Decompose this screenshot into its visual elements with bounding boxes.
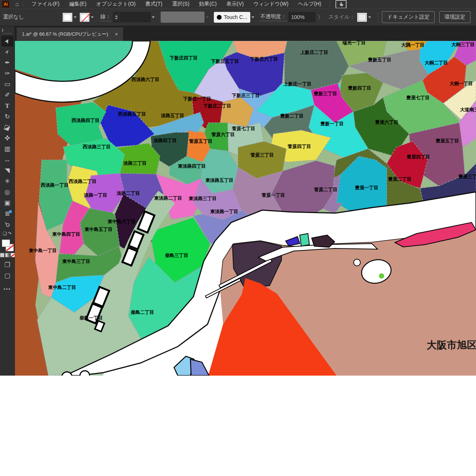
district-label[interactable]: 上新庄一丁目 [284, 81, 312, 87]
district-label[interactable]: 淡路五丁目 [161, 113, 184, 118]
app-logo-icon[interactable]: Ai [2, 1, 9, 8]
style-swatch[interactable] [357, 13, 367, 22]
district-label[interactable]: 淡路二丁目 [116, 191, 140, 196]
drag-grip-icon[interactable] [3, 33, 12, 34]
rectangle-tool[interactable]: ▭ [1, 79, 13, 90]
district-label[interactable]: 東中島二丁目 [48, 285, 76, 290]
district-label[interactable]: 柴島一丁目 [80, 315, 103, 321]
district-label[interactable]: 菅原六丁目 [211, 132, 235, 137]
curvature-tool[interactable]: ✑ [1, 68, 13, 79]
district-label[interactable]: 豊里二丁目 [388, 177, 412, 182]
district-label[interactable]: 東淡路四丁目 [178, 164, 206, 169]
district-label[interactable]: 豊新二丁目 [280, 113, 304, 119]
district-label[interactable]: 菅原五丁目 [189, 139, 213, 144]
district-label[interactable]: 下新庄三丁目 [232, 93, 260, 98]
close-icon[interactable]: × [115, 31, 118, 37]
district-label[interactable]: 瑞光一丁目 [342, 41, 366, 45]
district-label[interactable]: 西淡路一丁目 [41, 183, 69, 188]
collapse-chevron-icon[interactable]: ❯ [1, 28, 4, 32]
symbol-tool[interactable]: ≣ [1, 208, 13, 219]
district-label[interactable]: 菅原二丁目 [314, 187, 338, 192]
chevron-down-icon[interactable] [152, 16, 155, 18]
chevron-down-icon[interactable] [74, 16, 77, 18]
shaper-tool[interactable]: ✜ [1, 133, 13, 144]
fill-stroke-indicator[interactable] [1, 239, 14, 251]
district-label[interactable]: 上新庄二丁目 [300, 50, 328, 55]
eyedropper-tool[interactable]: ◥ [1, 165, 13, 176]
color-button[interactable] [0, 253, 4, 257]
district-label[interactable]: 西淡路三丁目 [83, 144, 111, 149]
district-label[interactable]: 豊里一丁目 [355, 185, 379, 190]
menu-item-6[interactable]: 表示(V) [222, 0, 249, 8]
district-label[interactable]: 下新庄一丁目 [183, 96, 211, 102]
district-label[interactable]: 豊新五丁目 [368, 57, 392, 62]
paintbrush-tool[interactable]: ✐ [1, 90, 13, 100]
district-label[interactable]: 菅原四丁目 [287, 144, 311, 149]
district-label[interactable]: 下新庄四丁目 [170, 55, 198, 61]
opacity-field[interactable]: 100% [289, 12, 315, 22]
district-label[interactable]: 東中島四丁目 [52, 232, 80, 237]
district-label[interactable]: 菅原三丁目 [250, 152, 274, 158]
step-down-icon[interactable] [115, 18, 118, 19]
shape-builder-tool[interactable]: ◎ [1, 187, 13, 197]
stroke-weight-stepper[interactable] [113, 12, 119, 22]
home-icon[interactable]: ⌂ [15, 1, 19, 7]
district-label[interactable]: 淡路三丁目 [123, 161, 147, 166]
district-label[interactable]: 東淡路一丁目 [210, 209, 238, 214]
district-label[interactable]: 西淡路四丁目 [71, 118, 100, 123]
district-label[interactable]: 豊里七丁目 [406, 95, 430, 100]
preferences-button[interactable]: 環境設定 [439, 11, 470, 23]
district-label[interactable]: 大桐三丁目 [451, 42, 475, 47]
none-button[interactable] [10, 253, 15, 257]
zoom-tool[interactable]: ⚲ [1, 219, 13, 230]
direct-selection-tool[interactable]: ➣ [1, 46, 13, 57]
district-label[interactable]: 豊新三丁目 [313, 91, 337, 96]
menu-item-7[interactable]: ウィンドウ(W) [248, 0, 293, 8]
tools-panel-header[interactable]: ❯ [0, 26, 15, 36]
district-label[interactable]: 東中島一丁目 [29, 248, 57, 253]
gradient-tool[interactable]: ▥ [1, 144, 13, 154]
stroke-weight-label[interactable]: 線： [100, 13, 111, 21]
district-label[interactable]: 東淡路五丁目 [205, 178, 234, 183]
district-label[interactable]: 豊里六丁目 [375, 120, 399, 125]
district-label[interactable]: 下新庄二丁目 [203, 103, 231, 109]
menu-item-0[interactable]: ファイル(F) [27, 0, 64, 8]
district-label[interactable]: 大桐一丁目 [450, 81, 473, 86]
document-setup-button[interactable]: ドキュメント設定 [382, 11, 435, 23]
puppet-warp-tool[interactable]: ✳ [1, 176, 13, 187]
district-label[interactable]: 淡路四丁目 [153, 138, 177, 143]
menu-item-1[interactable]: 編集(E) [64, 0, 91, 8]
district-label[interactable]: 豊新一丁目 [320, 121, 344, 126]
pen-tool[interactable]: ✒ [1, 57, 13, 68]
district-label[interactable]: 柴島二丁目 [131, 310, 154, 315]
swap-fill-stroke-button[interactable]: ❏ ↷ [1, 230, 13, 237]
fill-color-swatch[interactable] [62, 13, 73, 22]
draw-mode-button[interactable]: ❐ [1, 260, 13, 270]
artboard-canvas[interactable]: 瑞光一丁目大隅一丁目大桐三丁目上新庄二丁目下新庄四丁目下新庄五丁目下新庄六丁目豊… [15, 41, 476, 376]
chevron-down-icon[interactable] [91, 16, 94, 18]
district-label[interactable]: 下新庄五丁目 [211, 59, 239, 64]
opacity-label[interactable]: 不透明度： [260, 13, 286, 21]
type-tool[interactable]: T [1, 100, 13, 111]
edit-toolbar-ellipsis[interactable]: ••• [4, 286, 11, 292]
chevron-down-icon[interactable] [251, 16, 254, 18]
chevron-down-icon[interactable] [368, 16, 371, 18]
more-options-chevron[interactable]: 〉 [318, 14, 323, 21]
stroke-color-swatch[interactable] [80, 13, 90, 22]
eraser-tool[interactable]: ◪ [1, 122, 13, 133]
selection-tool[interactable]: ➤ [1, 36, 13, 46]
district-label[interactable]: 豊里三丁目 [458, 174, 476, 179]
district-label[interactable]: 西淡路五丁目 [118, 112, 146, 117]
district-label[interactable]: 豊里四丁目 [406, 154, 430, 160]
district-label[interactable]: 西淡路二丁目 [68, 179, 97, 184]
district-label[interactable]: 大隅一丁目 [401, 42, 425, 48]
menu-item-4[interactable]: 選択(S) [167, 0, 194, 8]
district-label[interactable]: 東淡路三丁目 [189, 196, 217, 201]
district-label[interactable]: 大桐二丁目 [425, 60, 448, 65]
artboard-tool[interactable]: ▣ [1, 197, 13, 208]
brush-preset-dropdown[interactable]: Touch C... [214, 12, 250, 23]
screen-mode-button[interactable]: ▢ [1, 270, 13, 281]
district-label[interactable]: 東中島六丁目 [107, 219, 136, 224]
district-label[interactable]: 菅原七丁目 [232, 126, 255, 131]
menu-item-2[interactable]: オブジェクト(O) [91, 0, 141, 8]
